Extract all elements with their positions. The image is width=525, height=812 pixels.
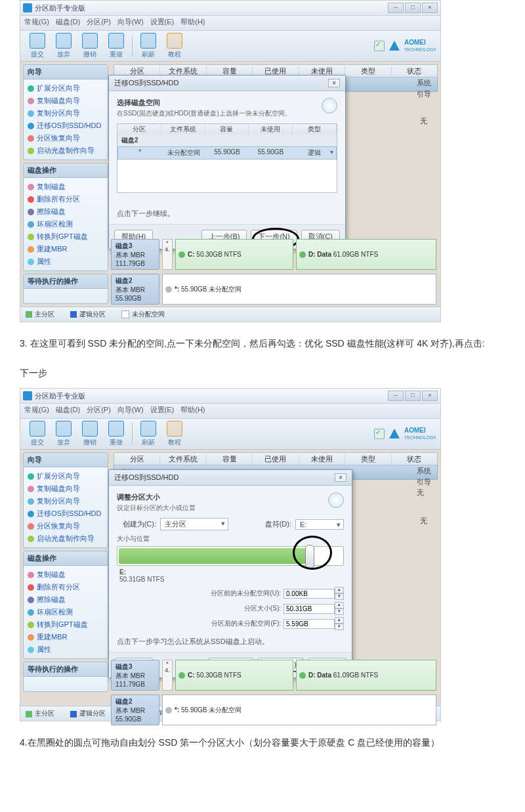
space-grid: 分区文件系统容量未使用类型 磁盘2 *未分配空间55.90GB55.90GB逻辑 [117, 123, 337, 193]
sidebar-item[interactable]: 转换到GPT磁盘 [28, 230, 104, 243]
sidebar-item[interactable]: 擦除磁盘 [28, 593, 104, 606]
pending-panel: 等待执行的操作 [23, 274, 108, 304]
step-3b-text: 下一步 [20, 365, 505, 381]
minimize-icon: – [388, 3, 404, 13]
size-spinner[interactable]: ▴▾ [284, 602, 344, 615]
create-as-select[interactable]: 主分区 [160, 518, 228, 530]
sidebar: 向导 扩展分区向导复制磁盘向导复制分区向导迁移OS到SSD/HDD分区恢复向导启… [20, 62, 111, 307]
sidebar-item[interactable]: 重建MBR [28, 243, 104, 255]
app-icon [23, 3, 32, 12]
sidebar-item[interactable]: 复制磁盘 [28, 568, 104, 581]
wizard-panel: 向导 扩展分区向导复制磁盘向导复制分区向导迁移OS到SSD/HDD分区恢复向导启… [23, 64, 108, 160]
slider-handle[interactable] [305, 545, 314, 568]
screenshot-2: 分区助手专业版–□× 常规(G)磁盘(D)分区(P)向导(W)设置(E)帮助(H… [20, 388, 441, 721]
sidebar-item[interactable]: 复制磁盘向导 [28, 482, 104, 495]
sidebar-item[interactable]: 分区恢复向导 [28, 132, 104, 144]
sidebar-item[interactable]: 坏扇区检测 [28, 606, 104, 618]
svg-marker-1 [389, 429, 400, 438]
toolbar: 提交放弃撤销重做刷新教程AOMEITECHNOLOGY [20, 31, 440, 62]
step-3-text: 3. 在这里可看到 SSD 未分配的空间,点一下未分配空间，然后再勾选：优化 S… [20, 335, 505, 352]
sidebar-item[interactable]: 扩展分区向导 [28, 82, 104, 95]
sidebar-item[interactable]: 转换到GPT磁盘 [28, 618, 104, 631]
dialog-close-icon[interactable]: × [335, 473, 346, 482]
toolbar-提交[interactable]: 提交 [24, 33, 51, 59]
check-icon [374, 41, 385, 51]
sidebar-item[interactable]: 迁移OS到SSD/HDD [28, 119, 104, 132]
toolbar-撤销[interactable]: 撤销 [77, 421, 103, 447]
disk3-row: 磁盘3基本 MBR111.79GB *4. C: 50.30GB NTFS D:… [111, 239, 436, 270]
sidebar-item[interactable]: 启动光盘制作向导 [28, 532, 104, 545]
toolbar-放弃[interactable]: 放弃 [51, 421, 77, 447]
toolbar-撤销[interactable]: 撤销 [77, 33, 103, 59]
before-spinner[interactable]: ▴▾ [284, 587, 344, 600]
disk2-row: 磁盘2基本 MBR55.90GB *: 55.90GB 未分配空间 [111, 274, 436, 305]
sidebar-item[interactable]: 复制磁盘 [28, 181, 104, 193]
sidebar-item[interactable]: 擦除磁盘 [28, 205, 104, 218]
maximize-icon: □ [405, 3, 421, 13]
sidebar-item[interactable]: 迁移OS到SSD/HDD [28, 507, 104, 520]
toolbar-提交[interactable]: 提交 [24, 421, 51, 447]
toolbar-教程[interactable]: 教程 [161, 33, 188, 59]
menubar[interactable]: 常规(G)磁盘(D)分区(P)向导(W)设置(E)帮助(H) [20, 16, 440, 31]
window-titlebar: 分区助手专业版 –□× [20, 1, 440, 16]
sidebar-item[interactable]: 属性 [28, 643, 104, 656]
sidebar-item[interactable]: 扩展分区向导 [28, 470, 104, 482]
window-controls[interactable]: –□× [387, 3, 438, 13]
side-text: 无 [420, 116, 427, 127]
window-title: 分区助手专业版 [35, 3, 85, 13]
svg-marker-0 [389, 41, 400, 51]
screenshot-1: 分区助手专业版 –□× 常规(G)磁盘(D)分区(P)向导(W)设置(E)帮助(… [20, 0, 441, 322]
toolbar-放弃[interactable]: 放弃 [51, 33, 77, 59]
unallocated-row[interactable]: *未分配空间55.90GB55.90GB逻辑 [117, 146, 337, 160]
sidebar-item[interactable]: 分区恢复向导 [28, 520, 104, 532]
sidebar-item[interactable]: 启动光盘制作向导 [28, 144, 104, 157]
toolbar-重做[interactable]: 重做 [103, 421, 129, 447]
sidebar-item[interactable]: 删除所有分区 [28, 581, 104, 593]
help-icon[interactable] [322, 98, 337, 114]
toolbar-重做[interactable]: 重做 [103, 33, 129, 59]
legend: 主分区 逻辑分区 未分配空间 [20, 307, 440, 322]
toolbar-刷新[interactable]: 刷新 [135, 33, 161, 59]
check-icon [374, 429, 385, 439]
size-slider[interactable] [117, 546, 344, 566]
drive-letter-select[interactable]: E: [295, 519, 344, 530]
brand-logo-icon [388, 40, 400, 52]
brand-logo-icon [388, 428, 400, 440]
main-area: 分区文件系统容量已使用未使用类型状态 磁盘1 系统引导 无 迁移OS到SSD/H… [111, 62, 440, 307]
migrate-dialog: 迁移OS到SSD/HDD× 选择磁盘空间 在SSD(固态硬盘)或HDD(普通硬盘… [108, 75, 346, 249]
sidebar-item[interactable]: 重建MBR [28, 631, 104, 643]
sidebar-item[interactable]: 坏扇区检测 [28, 218, 104, 230]
after-spinner[interactable]: ▴▾ [284, 617, 344, 630]
sidebar-item[interactable]: 复制磁盘向导 [28, 95, 104, 107]
dialog-close-icon[interactable]: × [328, 79, 340, 87]
sidebar-item[interactable]: 属性 [28, 255, 104, 268]
side-text: 系统引导 [417, 77, 431, 99]
resize-dialog: 迁移OS到SSD/HDD× 调整分区大小 设定目标分区的大小或位置 创建为(C)… [108, 469, 352, 678]
toolbar-教程[interactable]: 教程 [161, 421, 188, 447]
sidebar-item[interactable]: 删除所有分区 [28, 193, 104, 205]
close-icon: × [422, 3, 438, 13]
toolbar-刷新[interactable]: 刷新 [135, 421, 161, 447]
sidebar-item[interactable]: 复制分区向导 [28, 495, 104, 507]
sidebar-item[interactable]: 复制分区向导 [28, 107, 104, 119]
step-4-text: 4.在黑圈处的圆点可拖动自由划分 SSD 第一个分区大小（划分容量要大于原硬盘 … [20, 735, 505, 751]
ops-panel: 磁盘操作 复制磁盘删除所有分区擦除磁盘坏扇区检测转换到GPT磁盘重建MBR属性 [23, 163, 108, 271]
